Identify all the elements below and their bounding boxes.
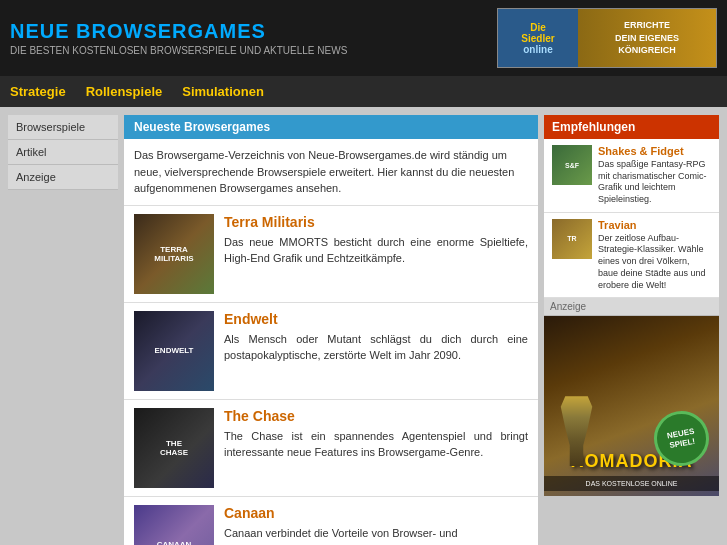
emp-item[interactable]: TR Travian Der zeitlose Aufbau-Strategie… <box>544 213 719 298</box>
nav-bar: Strategie Rollenspiele Simulationen <box>0 76 727 107</box>
emp-info: Shakes & Fidget Das spaßige Fantasy-RPG … <box>598 145 711 206</box>
header-banner[interactable]: Die Siedler online ERRICHTE DEIN EIGENES… <box>497 8 717 68</box>
game-thumb-image: CANAAN <box>134 505 214 546</box>
game-info: Endwelt Als Mensch oder Mutant schlägst … <box>224 311 528 364</box>
emp-info: Travian Der zeitlose Aufbau-Strategie-Kl… <box>598 219 711 291</box>
banner-logo: Die Siedler online <box>498 8 578 68</box>
emp-desc: Der zeitlose Aufbau-Strategie-Klassiker.… <box>598 233 711 291</box>
nav-item-simulationen[interactable]: Simulationen <box>182 84 264 99</box>
emp-header: Empfehlungen <box>544 115 719 139</box>
game-thumb-image: ENDWELT <box>134 311 214 391</box>
sidebar-item-anzeige[interactable]: Anzeige <box>8 165 118 190</box>
game-thumb-image: TERRA MILITARIS <box>134 214 214 294</box>
game-desc: Als Mensch oder Mutant schlägst du dich … <box>224 331 528 364</box>
site-title: NEUE BROWSERGAMES <box>10 20 347 43</box>
game-desc: Canaan verbindet die Vorteile von Browse… <box>224 525 528 542</box>
nav-item-rollenspiele[interactable]: Rollenspiele <box>86 84 163 99</box>
emp-thumb: S&F <box>552 145 592 185</box>
sidebar-item-artikel[interactable]: Artikel <box>8 140 118 165</box>
game-thumb: CANAAN <box>134 505 214 546</box>
game-desc: The Chase ist ein spannendes Agentenspie… <box>224 428 528 461</box>
game-thumb: ENDWELT <box>134 311 214 391</box>
game-item: ENDWELT Endwelt Als Mensch oder Mutant s… <box>124 303 538 400</box>
roma-subtitle: DAS KOSTENLOSE ONLINE <box>544 476 719 491</box>
emp-title[interactable]: Shakes & Fidget <box>598 145 711 157</box>
right-sidebar: Empfehlungen S&F Shakes & Fidget Das spa… <box>544 115 719 545</box>
game-item: THE CHASE The Chase The Chase ist ein sp… <box>124 400 538 497</box>
emp-thumb-image: TR <box>552 219 592 259</box>
game-thumb: THE CHASE <box>134 408 214 488</box>
game-title[interactable]: Endwelt <box>224 311 528 327</box>
sidebar-item-browserspiele[interactable]: Browserspiele <box>8 115 118 140</box>
banner-tagline: ERRICHTE DEIN EIGENES KÖNIGREICH <box>578 8 716 68</box>
left-sidebar: Browserspiele Artikel Anzeige <box>8 115 118 545</box>
emp-desc: Das spaßige Fantasy-RPG mit charismatisc… <box>598 159 711 206</box>
main-content: Neueste Browsergames Das Browsergame-Ver… <box>124 115 538 545</box>
game-item: CANAAN Canaan Canaan verbindet die Vorte… <box>124 497 538 546</box>
game-info: The Chase The Chase ist ein spannendes A… <box>224 408 528 461</box>
game-title[interactable]: Canaan <box>224 505 528 521</box>
nav-item-strategie[interactable]: Strategie <box>10 84 66 99</box>
emp-title[interactable]: Travian <box>598 219 711 231</box>
header-left: NEUE BROWSERGAMES DIE BESTEN KOSTENLOSEN… <box>10 20 347 56</box>
anzeige-banner[interactable]: ROMADORIA DAS KOSTENLOSE ONLINE NEUES SP… <box>544 316 719 496</box>
content-intro: Das Browsergame-Verzeichnis von Neue-Bro… <box>124 139 538 206</box>
emp-item[interactable]: S&F Shakes & Fidget Das spaßige Fantasy-… <box>544 139 719 213</box>
content-header: Neueste Browsergames <box>124 115 538 139</box>
emp-thumb: TR <box>552 219 592 259</box>
game-item: TERRA MILITARIS Terra Militaris Das neue… <box>124 206 538 303</box>
game-info: Canaan Canaan verbindet die Vorteile von… <box>224 505 528 542</box>
site-subtitle: DIE BESTEN KOSTENLOSEN BROWSERSPIELE UND… <box>10 45 347 56</box>
header: NEUE BROWSERGAMES DIE BESTEN KOSTENLOSEN… <box>0 0 727 76</box>
game-desc: Das neue MMORTS besticht durch eine enor… <box>224 234 528 267</box>
emp-list: S&F Shakes & Fidget Das spaßige Fantasy-… <box>544 139 719 298</box>
game-thumb-image: THE CHASE <box>134 408 214 488</box>
game-info: Terra Militaris Das neue MMORTS besticht… <box>224 214 528 267</box>
game-thumb: TERRA MILITARIS <box>134 214 214 294</box>
games-list: TERRA MILITARIS Terra Militaris Das neue… <box>124 206 538 546</box>
game-title[interactable]: Terra Militaris <box>224 214 528 230</box>
anzeige-label: Anzeige <box>544 298 719 316</box>
game-title[interactable]: The Chase <box>224 408 528 424</box>
main-layout: Browserspiele Artikel Anzeige Neueste Br… <box>0 107 727 545</box>
emp-thumb-image: S&F <box>552 145 592 185</box>
